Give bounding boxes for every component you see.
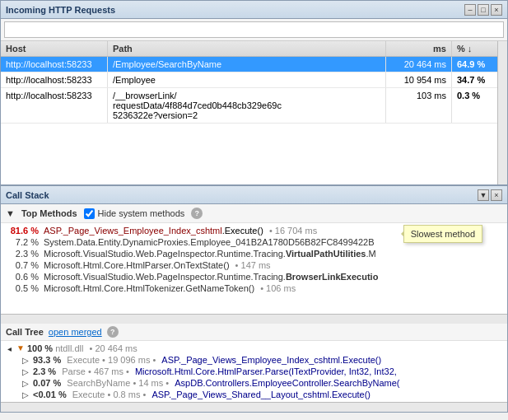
tree-func: Microsoft.Html.Core.HtmlParser.Parse(ITe… <box>135 366 397 376</box>
top-methods-toolbar: ▼ Top Methods Hide system methods ? <box>1 204 507 223</box>
call-stack-window: Call Stack ▼ × ▼ Top Methods Hide system… <box>0 186 508 413</box>
scrollbar-vertical[interactable] <box>497 41 507 184</box>
search-bar <box>1 19 507 41</box>
method-pct: 81.6 % <box>6 226 39 236</box>
requests-table-section: Host Path ms % ↓ http://localhost:58233 … <box>1 41 507 185</box>
slowest-method-tooltip: Slowest method <box>403 225 482 243</box>
title-bar-buttons: – □ × <box>464 4 502 16</box>
tree-arrow: ▼ <box>16 343 25 352</box>
top-methods-info-icon[interactable]: ? <box>191 208 203 219</box>
method-name: Microsoft.Html.Core.HtmlParser.OnTextSta… <box>44 260 271 270</box>
method-name: ASP._Page_Views_Employee_Index_cshtml.Ex… <box>44 226 317 236</box>
table-header: Host Path ms % ↓ <box>1 41 497 57</box>
call-tree-label: Call Tree <box>6 327 44 337</box>
col-path-header: Path <box>108 41 386 56</box>
expand-icon[interactable]: ▷ <box>21 378 30 388</box>
method-pct: 0.7 % <box>6 260 39 270</box>
incoming-requests-window: Incoming HTTP Requests – □ × Host Path m… <box>0 0 508 186</box>
method-pct: 2.3 % <box>6 249 39 259</box>
tree-pct: <0.01 % <box>33 390 67 399</box>
row-pct: 64.9 % <box>452 57 497 72</box>
table-row[interactable]: http://localhost:58233 /__browserLink/re… <box>1 88 497 124</box>
hide-system-checkbox[interactable] <box>84 208 95 219</box>
col-pct-header: % ↓ <box>452 41 497 56</box>
restore-button[interactable]: □ <box>478 4 489 16</box>
tree-row[interactable]: ▷ 0.07 % SearchByName • 14 ms • AspDB.Co… <box>6 377 507 389</box>
method-pct: 7.2 % <box>6 237 39 247</box>
col-host-header: Host <box>1 41 108 56</box>
tree-time: • 20 464 ms <box>89 343 137 353</box>
hide-system-checkbox-label[interactable]: Hide system methods <box>84 208 185 219</box>
tree-func: AspDB.Controllers.EmployeeController.Sea… <box>175 378 399 388</box>
expand-icon[interactable]: ▷ <box>21 366 30 376</box>
method-row[interactable]: 0.7 % Microsoft.Html.Core.HtmlParser.OnT… <box>1 259 507 271</box>
row-ms: 10 954 ms <box>386 72 452 87</box>
method-name: Microsoft.VisualStudio.Web.PageInspector… <box>44 272 378 282</box>
tree-func: ASP._Page_Views_Shared__Layout_cshtml.Ex… <box>151 390 371 399</box>
tree-time: SearchByName • 14 ms • <box>67 378 169 388</box>
expand-icon[interactable]: ▷ <box>21 390 30 399</box>
method-name: Microsoft.Html.Core.HtmlTokenizer.GetNam… <box>44 283 296 293</box>
close-callstack-button[interactable]: × <box>491 189 502 201</box>
tree-row[interactable]: ◂ ▼ 100 % ntdll.dll • 20 464 ms <box>1 343 507 354</box>
call-stack-title-buttons: ▼ × <box>478 189 502 201</box>
table-row[interactable]: http://localhost:58233 /Employee 10 954 … <box>1 72 497 88</box>
call-stack-titlebar: Call Stack ▼ × <box>1 186 507 204</box>
expand-icon[interactable]: ◂ <box>4 343 14 353</box>
method-row[interactable]: 2.3 % Microsoft.VisualStudio.Web.PageIns… <box>1 248 507 259</box>
method-pct: 0.6 % <box>6 272 39 282</box>
call-tree-info-icon[interactable]: ? <box>107 326 119 338</box>
dock-button[interactable]: ▼ <box>478 189 489 201</box>
expand-icon[interactable]: ▷ <box>21 355 30 365</box>
row-pct: 0.3 % <box>452 88 497 123</box>
call-tree-list: ◂ ▼ 100 % ntdll.dll • 20 464 ms ▷ 93.3 %… <box>1 341 507 402</box>
tree-pct: 93.3 % <box>33 355 61 365</box>
top-methods-label: Top Methods <box>21 208 77 218</box>
incoming-requests-title: Incoming HTTP Requests <box>6 5 115 15</box>
col-ms-header: ms <box>386 41 452 56</box>
tree-time: Parse • 467 ms • <box>62 366 129 376</box>
call-stack-title: Call Stack <box>6 190 49 200</box>
hide-system-label: Hide system methods <box>98 208 185 218</box>
method-row[interactable]: 0.5 % Microsoft.Html.Core.HtmlTokenizer.… <box>1 282 507 294</box>
requests-table: Host Path ms % ↓ http://localhost:58233 … <box>1 41 497 184</box>
row-path: /Employee/SearchByName <box>108 57 386 72</box>
row-ms: 103 ms <box>386 88 452 123</box>
incoming-requests-titlebar: Incoming HTTP Requests – □ × <box>1 1 507 19</box>
call-tree-toolbar: Call Tree open merged ? <box>1 324 507 341</box>
tree-row[interactable]: ▷ 2.3 % Parse • 467 ms • Microsoft.Html.… <box>6 366 507 377</box>
tree-time: Execute • 0.8 ms • <box>72 390 147 399</box>
tree-pct: 2.3 % <box>33 366 56 376</box>
row-ms: 20 464 ms <box>386 57 452 72</box>
row-host: http://localhost:58233 <box>1 88 108 123</box>
open-merged-link[interactable]: open merged <box>49 327 102 337</box>
row-host: http://localhost:58233 <box>1 72 108 87</box>
method-row[interactable]: 0.6 % Microsoft.VisualStudio.Web.PageIns… <box>1 271 507 282</box>
row-host: http://localhost:58233 <box>1 57 108 72</box>
minimize-button[interactable]: – <box>464 4 476 16</box>
tree-pct: 0.07 % <box>33 378 61 388</box>
tree-time: Execute • 19 096 ms • <box>67 355 156 365</box>
row-pct: 34.7 % <box>452 72 497 87</box>
tree-func: ASP._Page_Views_Employee_Index_cshtml.Ex… <box>161 355 381 365</box>
row-path: /Employee <box>108 72 386 87</box>
tree-row[interactable]: ▷ 93.3 % Execute • 19 096 ms • ASP._Page… <box>6 354 507 366</box>
method-pct: 0.5 % <box>6 283 39 293</box>
method-name: System.Data.Entity.DynamicProxies.Employ… <box>44 237 375 247</box>
row-path: /__browserLink/requestData/4f884d7ced0b4… <box>108 88 386 123</box>
tree-row[interactable]: ▷ <0.01 % Execute • 0.8 ms • ASP._Page_V… <box>6 389 507 400</box>
method-name: Microsoft.VisualStudio.Web.PageInspector… <box>44 249 376 259</box>
methods-list: Slowest method 81.6 % ASP._Page_Views_Em… <box>1 223 507 314</box>
search-input[interactable] <box>4 21 504 38</box>
table-row[interactable]: http://localhost:58233 /Employee/SearchB… <box>1 57 497 72</box>
tree-module: ntdll.dll <box>55 343 83 353</box>
call-tree-scrollbar-horizontal[interactable] <box>1 402 507 412</box>
scrollbar-horizontal[interactable] <box>1 314 507 324</box>
close-button[interactable]: × <box>491 4 502 16</box>
tree-pct: 100 % <box>27 343 53 353</box>
